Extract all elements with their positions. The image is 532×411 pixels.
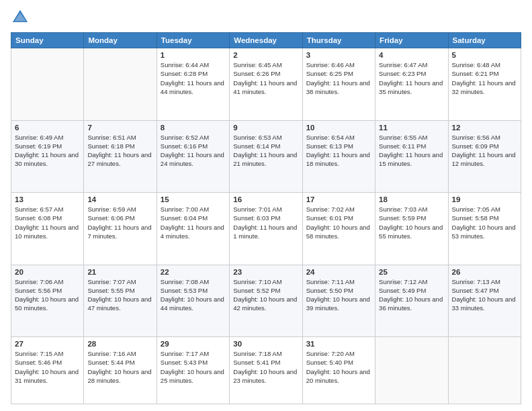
day-number: 12 xyxy=(452,124,517,132)
calendar-cell xyxy=(448,337,521,404)
day-number: 17 xyxy=(306,195,371,203)
day-number: 10 xyxy=(306,124,371,132)
day-number: 14 xyxy=(87,195,152,203)
calendar-cell: 2Sunrise: 6:45 AMSunset: 6:26 PMDaylight… xyxy=(230,48,302,121)
cell-info: Sunrise: 6:46 AMSunset: 6:25 PMDaylight:… xyxy=(306,60,371,96)
calendar-cell: 28Sunrise: 7:16 AMSunset: 5:44 PMDayligh… xyxy=(84,337,157,404)
calendar-cell xyxy=(375,337,448,404)
weekday-header-tuesday: Tuesday xyxy=(157,33,229,48)
day-number: 21 xyxy=(87,268,152,276)
cell-info: Sunrise: 6:54 AMSunset: 6:13 PMDaylight:… xyxy=(306,133,371,169)
logo xyxy=(11,8,32,27)
cell-info: Sunrise: 6:59 AMSunset: 6:06 PMDaylight:… xyxy=(87,205,152,240)
cell-info: Sunrise: 7:08 AMSunset: 5:53 PMDaylight:… xyxy=(161,277,226,313)
cell-info: Sunrise: 6:47 AMSunset: 6:23 PMDaylight:… xyxy=(379,60,444,96)
cell-info: Sunrise: 6:44 AMSunset: 6:28 PMDaylight:… xyxy=(161,60,226,96)
calendar-cell: 18Sunrise: 7:03 AMSunset: 5:59 PMDayligh… xyxy=(375,193,448,265)
day-number: 19 xyxy=(452,195,517,203)
day-number: 7 xyxy=(87,124,152,132)
calendar-header-row: SundayMondayTuesdayWednesdayThursdayFrid… xyxy=(11,33,521,48)
day-number: 30 xyxy=(233,340,298,348)
calendar-cell: 23Sunrise: 7:10 AMSunset: 5:52 PMDayligh… xyxy=(230,265,302,337)
weekday-header-thursday: Thursday xyxy=(302,33,375,48)
calendar-cell: 10Sunrise: 6:54 AMSunset: 6:13 PMDayligh… xyxy=(302,120,375,193)
cell-info: Sunrise: 7:16 AMSunset: 5:44 PMDaylight:… xyxy=(87,349,152,385)
day-number: 23 xyxy=(233,268,298,276)
calendar-cell: 15Sunrise: 7:00 AMSunset: 6:04 PMDayligh… xyxy=(157,193,229,265)
day-number: 13 xyxy=(15,195,80,203)
day-number: 18 xyxy=(379,195,444,203)
day-number: 6 xyxy=(15,124,80,132)
calendar-cell: 16Sunrise: 7:01 AMSunset: 6:03 PMDayligh… xyxy=(230,193,302,265)
calendar-cell: 24Sunrise: 7:11 AMSunset: 5:50 PMDayligh… xyxy=(302,265,375,337)
cell-info: Sunrise: 7:00 AMSunset: 6:04 PMDaylight:… xyxy=(161,205,226,240)
calendar-cell: 8Sunrise: 6:52 AMSunset: 6:16 PMDaylight… xyxy=(157,120,229,193)
calendar-cell: 19Sunrise: 7:05 AMSunset: 5:58 PMDayligh… xyxy=(448,193,521,265)
header xyxy=(11,8,521,27)
day-number: 24 xyxy=(306,268,371,276)
cell-info: Sunrise: 6:45 AMSunset: 6:26 PMDaylight:… xyxy=(233,60,298,96)
cell-info: Sunrise: 6:51 AMSunset: 6:18 PMDaylight:… xyxy=(87,133,152,169)
weekday-header-friday: Friday xyxy=(375,33,448,48)
cell-info: Sunrise: 7:20 AMSunset: 5:40 PMDaylight:… xyxy=(306,349,371,385)
calendar-week-5: 27Sunrise: 7:15 AMSunset: 5:46 PMDayligh… xyxy=(11,337,521,404)
cell-info: Sunrise: 7:02 AMSunset: 6:01 PMDaylight:… xyxy=(306,205,371,240)
cell-info: Sunrise: 6:48 AMSunset: 6:21 PMDaylight:… xyxy=(452,60,517,96)
weekday-header-wednesday: Wednesday xyxy=(230,33,302,48)
day-number: 5 xyxy=(452,51,517,59)
cell-info: Sunrise: 7:05 AMSunset: 5:58 PMDaylight:… xyxy=(452,205,517,240)
calendar-cell: 5Sunrise: 6:48 AMSunset: 6:21 PMDaylight… xyxy=(448,48,521,121)
day-number: 8 xyxy=(161,124,226,132)
calendar-cell: 21Sunrise: 7:07 AMSunset: 5:55 PMDayligh… xyxy=(84,265,157,337)
calendar-week-4: 20Sunrise: 7:06 AMSunset: 5:56 PMDayligh… xyxy=(11,265,521,337)
weekday-header-saturday: Saturday xyxy=(448,33,521,48)
cell-info: Sunrise: 6:53 AMSunset: 6:14 PMDaylight:… xyxy=(233,133,298,169)
day-number: 15 xyxy=(161,195,226,203)
day-number: 28 xyxy=(87,340,152,348)
cell-info: Sunrise: 7:06 AMSunset: 5:56 PMDaylight:… xyxy=(15,277,80,313)
calendar-cell: 22Sunrise: 7:08 AMSunset: 5:53 PMDayligh… xyxy=(157,265,229,337)
calendar-cell: 14Sunrise: 6:59 AMSunset: 6:06 PMDayligh… xyxy=(84,193,157,265)
cell-info: Sunrise: 7:10 AMSunset: 5:52 PMDaylight:… xyxy=(233,277,298,313)
day-number: 22 xyxy=(161,268,226,276)
calendar-cell: 27Sunrise: 7:15 AMSunset: 5:46 PMDayligh… xyxy=(11,337,84,404)
calendar-cell: 30Sunrise: 7:18 AMSunset: 5:41 PMDayligh… xyxy=(230,337,302,404)
day-number: 25 xyxy=(379,268,444,276)
day-number: 27 xyxy=(15,340,80,348)
cell-info: Sunrise: 6:49 AMSunset: 6:19 PMDaylight:… xyxy=(15,133,80,169)
cell-info: Sunrise: 7:03 AMSunset: 5:59 PMDaylight:… xyxy=(379,205,444,240)
calendar-cell xyxy=(11,48,84,121)
day-number: 2 xyxy=(233,51,298,59)
cell-info: Sunrise: 7:18 AMSunset: 5:41 PMDaylight:… xyxy=(233,349,298,385)
calendar-cell: 31Sunrise: 7:20 AMSunset: 5:40 PMDayligh… xyxy=(302,337,375,404)
calendar-cell: 6Sunrise: 6:49 AMSunset: 6:19 PMDaylight… xyxy=(11,120,84,193)
day-number: 1 xyxy=(161,51,226,59)
page: SundayMondayTuesdayWednesdayThursdayFrid… xyxy=(0,0,532,411)
cell-info: Sunrise: 7:13 AMSunset: 5:47 PMDaylight:… xyxy=(452,277,517,313)
cell-info: Sunrise: 7:15 AMSunset: 5:46 PMDaylight:… xyxy=(15,349,80,385)
calendar-cell: 29Sunrise: 7:17 AMSunset: 5:43 PMDayligh… xyxy=(157,337,229,404)
calendar-table: SundayMondayTuesdayWednesdayThursdayFrid… xyxy=(11,32,521,404)
calendar-week-2: 6Sunrise: 6:49 AMSunset: 6:19 PMDaylight… xyxy=(11,120,521,193)
day-number: 29 xyxy=(161,340,226,348)
cell-info: Sunrise: 7:01 AMSunset: 6:03 PMDaylight:… xyxy=(233,205,298,240)
weekday-header-sunday: Sunday xyxy=(11,33,84,48)
calendar-week-1: 1Sunrise: 6:44 AMSunset: 6:28 PMDaylight… xyxy=(11,48,521,121)
cell-info: Sunrise: 7:07 AMSunset: 5:55 PMDaylight:… xyxy=(87,277,152,313)
day-number: 31 xyxy=(306,340,371,348)
day-number: 3 xyxy=(306,51,371,59)
calendar-cell: 13Sunrise: 6:57 AMSunset: 6:08 PMDayligh… xyxy=(11,193,84,265)
cell-info: Sunrise: 6:57 AMSunset: 6:08 PMDaylight:… xyxy=(15,205,80,240)
cell-info: Sunrise: 7:17 AMSunset: 5:43 PMDaylight:… xyxy=(161,349,226,385)
calendar-cell: 3Sunrise: 6:46 AMSunset: 6:25 PMDaylight… xyxy=(302,48,375,121)
cell-info: Sunrise: 6:56 AMSunset: 6:09 PMDaylight:… xyxy=(452,133,517,169)
day-number: 11 xyxy=(379,124,444,132)
cell-info: Sunrise: 6:55 AMSunset: 6:11 PMDaylight:… xyxy=(379,133,444,169)
cell-info: Sunrise: 7:11 AMSunset: 5:50 PMDaylight:… xyxy=(306,277,371,313)
calendar-cell: 7Sunrise: 6:51 AMSunset: 6:18 PMDaylight… xyxy=(84,120,157,193)
calendar-cell: 9Sunrise: 6:53 AMSunset: 6:14 PMDaylight… xyxy=(230,120,302,193)
day-number: 4 xyxy=(379,51,444,59)
calendar-cell: 25Sunrise: 7:12 AMSunset: 5:49 PMDayligh… xyxy=(375,265,448,337)
calendar-cell: 12Sunrise: 6:56 AMSunset: 6:09 PMDayligh… xyxy=(448,120,521,193)
day-number: 20 xyxy=(15,268,80,276)
